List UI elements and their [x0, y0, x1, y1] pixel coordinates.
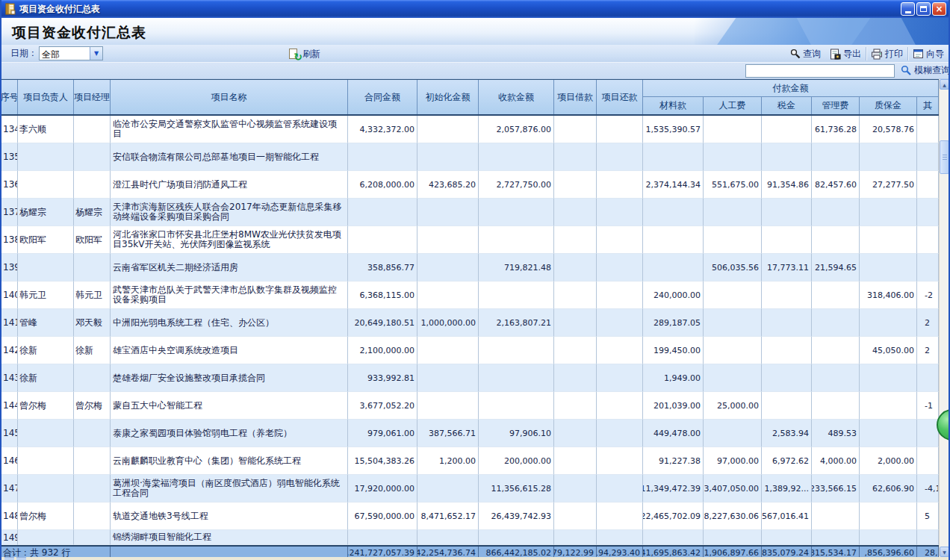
cell-warranty [860, 143, 917, 171]
scroll-up-icon[interactable]: ▲ [940, 79, 949, 90]
cell-labor [704, 420, 762, 447]
wizard-button[interactable]: 向导 [908, 46, 949, 62]
cell-material: 449,478.00 [643, 420, 704, 447]
table-row[interactable]: 149锦绣湖畔项目智能化工程 [1, 530, 939, 545]
cell-warranty [860, 199, 917, 226]
col-header-manager[interactable]: 项目经理 [74, 80, 111, 114]
cell-no: 147 [1, 475, 18, 503]
cell-receipt: 200,000.00 [479, 447, 554, 475]
cell-labor [704, 226, 762, 254]
search-row: 模糊查询 [1, 63, 949, 79]
date-dropdown[interactable]: 全部 ▼ [39, 46, 103, 60]
maximize-button[interactable] [916, 2, 931, 16]
cell-init [417, 337, 479, 364]
refresh-button[interactable]: ↻ 刷新 [288, 46, 320, 61]
cell-mgmt [812, 530, 860, 545]
col-header-material[interactable]: 材料款 [643, 97, 704, 114]
col-header-mgmt[interactable]: 管理费 [812, 97, 860, 114]
cell-manager [74, 254, 111, 281]
search-input[interactable] [745, 64, 895, 78]
cell-warranty: 20,578.76 [860, 116, 917, 143]
col-header-receipt[interactable]: 收款金额 [479, 80, 554, 114]
cell-leader [18, 171, 74, 199]
minimize-button[interactable] [901, 2, 915, 16]
table-row[interactable]: 134李六顺临沧市公安局交通警察支队监管中心视频监管系统建设项目4,332,37… [1, 116, 939, 143]
cell-repay [597, 475, 643, 503]
fuzzy-search-button[interactable]: 模糊查询 [901, 64, 949, 77]
search-icon [790, 49, 801, 59]
table-row[interactable]: 145泰康之家蜀园项目体验馆弱电工程（养老院）979,061.00387,566… [1, 420, 939, 447]
cell-other [917, 171, 939, 199]
cell-material: 199,450.00 [643, 337, 704, 364]
cell-mgmt [812, 281, 860, 309]
col-header-warranty[interactable]: 质保金 [860, 97, 917, 114]
print-button[interactable]: 打印 [866, 46, 907, 62]
cell-other: -1 [917, 392, 939, 420]
col-header-repay[interactable]: 项目还款 [597, 80, 643, 114]
col-header-contract[interactable]: 合同金额 [348, 80, 417, 114]
col-header-tax[interactable]: 税金 [762, 97, 812, 114]
table-row[interactable]: 146云南麒麟职业教育中心（集团）智能化系统工程15,504,383.261,2… [1, 447, 939, 475]
scrollbar-thumb[interactable] [940, 140, 949, 174]
table-row[interactable]: 144曾尔梅曾尔梅蒙自五大中心智能工程3,677,052.20201,039.0… [1, 392, 939, 420]
cell-manager [74, 503, 111, 530]
window-title: 项目资金收付汇总表 [19, 3, 899, 16]
table-row[interactable]: 136澄江县时代广场项目消防通风工程6,208,000.00423,685.20… [1, 171, 939, 199]
app-window: 项目资金收付汇总表 × 项目资金收付汇总表 日期： 全部 ▼ ↻ 刷新 [0, 0, 950, 560]
table-row[interactable]: 148曾尔梅轨道交通地铁3号线工程67,590,000.008,471,652.… [1, 503, 939, 530]
cell-contract [348, 226, 417, 254]
cell-mgmt: 4,000.00 [812, 447, 860, 475]
hscroll-fragment[interactable] [4, 557, 14, 560]
cell-loan [554, 420, 597, 447]
col-header-project-name[interactable]: 项目名称 [111, 80, 348, 114]
table-row[interactable]: 138欧阳军欧阳军河北省张家口市怀安县北庄堡村8MW农业光伏扶贫发电项目35kV… [1, 226, 939, 254]
query-button[interactable]: 查询 [786, 46, 825, 62]
hscroll-fragment[interactable] [16, 557, 26, 560]
col-header-no[interactable]: 序号 [1, 80, 18, 114]
close-button[interactable]: × [932, 2, 946, 16]
table-row[interactable]: 143徐新楚雄卷烟厂安全设施整改项目承揽合同933,992.811,949.00 [1, 364, 939, 392]
table-row[interactable]: 137杨耀宗杨耀宗天津市滨海新区残疾人联合会2017年动态更新信息采集移动终端设… [1, 199, 939, 226]
cell-mgmt: 489.53 [812, 420, 860, 447]
cell-leader [18, 530, 74, 545]
cell-name: 雄宝酒店中央空调系统改造项目 [111, 337, 348, 364]
cell-repay [597, 281, 643, 309]
table-row[interactable]: 139云南省军区机关二期经济适用房358,856.77719,821.48506… [1, 254, 939, 281]
cell-no: 144 [1, 392, 18, 420]
cell-mgmt: 61,736.28 [812, 116, 860, 143]
cell-name: 蒙自五大中心智能工程 [111, 392, 348, 420]
cell-material [643, 199, 704, 226]
col-header-loan[interactable]: 项目借款 [554, 80, 597, 114]
col-header-other[interactable]: 其 [917, 97, 939, 114]
cell-manager: 曾尔梅 [74, 392, 111, 420]
table-row[interactable]: 140韩元卫韩元卫武警天津市总队关于武警天津市总队数字集群及视频监控设备采购项目… [1, 281, 939, 309]
cell-repay [597, 447, 643, 475]
table-row[interactable]: 142徐新徐新雄宝酒店中央空调系统改造项目2,100,000.00199,450… [1, 337, 939, 364]
cell-material: 11,349,472.39 [643, 475, 704, 503]
col-header-init[interactable]: 初始化金额 [417, 80, 479, 114]
cell-manager: 杨耀宗 [74, 199, 111, 226]
cell-no: 135 [1, 143, 18, 171]
cell-repay [597, 116, 643, 143]
maximize-icon [920, 6, 927, 12]
cell-mgmt [812, 226, 860, 254]
cell-labor [704, 281, 762, 309]
cell-name: 锦绣湖畔项目智能化工程 [111, 530, 348, 545]
cell-leader: 曾尔梅 [18, 503, 74, 530]
cell-leader [18, 475, 74, 503]
fuzzy-search-label: 模糊查询 [914, 64, 949, 77]
cell-init [417, 226, 479, 254]
table-row[interactable]: 141管峰邓天毅中洲阳光弱电系统工程（住宅、办公区）20,649,180.511… [1, 309, 939, 337]
export-button[interactable]: 导出 [825, 46, 866, 62]
chevron-down-icon[interactable]: ▼ [90, 47, 102, 60]
cell-warranty [860, 226, 917, 254]
scroll-down-icon[interactable]: ▼ [940, 547, 949, 557]
table-row[interactable]: 147葛洲坝·海棠福湾项目（南区度假式酒店）弱电智能化系统工程合同17,920,… [1, 475, 939, 503]
cell-manager: 韩元卫 [74, 281, 111, 309]
col-header-labor[interactable]: 人工费 [704, 97, 762, 114]
cell-receipt [479, 364, 554, 392]
table-row[interactable]: 135安信联合物流有限公司总部基地项目一期智能化工程 [1, 143, 939, 171]
col-header-leader[interactable]: 项目负责人 [18, 80, 74, 114]
vertical-scrollbar[interactable]: ▲ ▼ [939, 79, 949, 557]
cell-loan [554, 116, 597, 143]
